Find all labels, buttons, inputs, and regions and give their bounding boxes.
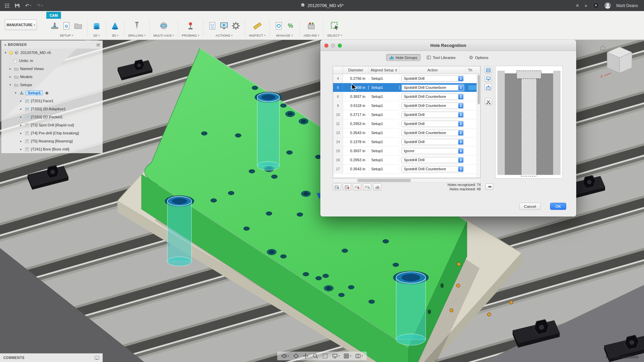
percent-icon[interactable]: % [285,20,296,31]
aligned-setup-cell[interactable]: Setup1 [369,76,399,80]
diameter-cell[interactable]: 0.3543 in [343,167,369,171]
chevron-right-icon[interactable]: ▸ [19,107,23,111]
action-select[interactable]: Spotdrill Drill Counterbore [401,166,464,172]
aligned-setup-cell[interactable]: Setup1 [369,85,399,89]
statistics-button[interactable] [373,183,381,190]
tab-options[interactable]: Options [466,54,492,61]
gear-icon[interactable] [230,20,241,31]
diameter-cell[interactable]: 0.5118 in [343,104,369,108]
combo-stepper-icon[interactable] [458,103,463,108]
diameter-cell[interactable]: 0.1378 in [343,140,369,144]
table-vertical-scrollbar[interactable] [477,74,480,178]
chevron-down-icon[interactable]: ▾ [3,51,8,54]
add-hole-button[interactable] [363,183,371,190]
zoom-button[interactable] [312,353,318,359]
dialog-titlebar[interactable]: Hole Recognition [320,40,576,51]
browser-item-op-pre-drill[interactable]: ▸ [T4] Pre-drill [Chip breaking] [1,129,103,137]
combo-stepper-icon[interactable] [458,139,463,144]
diameter-cell[interactable]: 0.3937 in [343,95,369,99]
2d-layers-icon[interactable] [91,20,102,31]
tab-cam[interactable]: CAM [46,12,61,19]
merge-groups-button[interactable] [333,183,341,190]
table-horizontal-scrollbar[interactable] [333,178,481,183]
hole-group-row[interactable]: 14 0.1378 in Setup1 Spotdrill Drill [333,137,480,146]
close-tab-icon[interactable]: × [576,2,579,9]
folder-icon[interactable] [73,20,84,31]
browser-item-op-reaming[interactable]: ▸ [T5] Reaming [Reaming] [1,137,103,145]
combo-stepper-icon[interactable] [458,112,463,117]
hole-group-row[interactable]: 13 0.3543 in Setup1 Spotdrill Drill Coun… [333,128,480,137]
collapse-browser-icon[interactable]: ◂ [4,43,6,47]
aligned-setup-cell[interactable]: Setup1 [369,95,399,99]
diameter-cell[interactable]: 0.3543 in [343,131,369,135]
browser-item-op-spot-drill[interactable]: ▸ [T2] Spot Drill [Rapid out] [1,121,103,129]
fit-button[interactable] [322,353,328,359]
display-settings-button[interactable]: ▾ [332,353,340,359]
aligned-setup-cell[interactable]: Setup1 [369,167,399,171]
diameter-cell[interactable]: 0.2717 in [343,113,369,117]
redo-caret-icon[interactable]: ▾ [42,4,43,7]
workspace-selector[interactable]: MANUFACTURE▾ [5,19,37,30]
action-select[interactable]: Spotdrill Drill [401,75,464,82]
chevron-right-icon[interactable]: ▸ [19,123,23,127]
combo-stepper-icon[interactable] [458,148,463,154]
hole-group-row[interactable]: 16 0.2953 in Setup1 Spotdrill Drill [333,156,480,165]
diameter-cell[interactable]: 0.3937 in [343,149,369,153]
machine-icon[interactable] [49,20,60,31]
aligned-setup-cell[interactable]: Setup1 [369,149,399,153]
chevron-right-icon[interactable]: ▸ [19,99,23,103]
action-select[interactable]: Spotdrill Drill [401,112,464,118]
browser-item-op-adaptive1[interactable]: ▸ [T250] 2D Adaptive1 [1,105,103,113]
group-label[interactable]: MANAGE▾ [276,34,293,37]
hole-group-row[interactable]: 11 0.2953 in Setup1 Spotdrill Drill [333,119,480,128]
tab-tool-libraries[interactable]: Tool Libraries [423,54,459,61]
expand-groups-button[interactable] [485,75,492,82]
hole-group-row[interactable]: 10 0.2717 in Setup1 Spotdrill Drill [333,110,480,119]
group-label[interactable]: INSPECT▾ [249,34,266,37]
hole-group-row[interactable]: 17 0.3543 in Setup1 Spotdrill Drill Coun… [333,165,480,174]
app-grid-icon[interactable] [5,3,9,8]
chevron-right-icon[interactable]: ▸ [8,75,12,78]
diameter-cell[interactable]: 0.2756 in [343,76,369,80]
pan-button[interactable] [303,353,309,359]
cancel-button[interactable]: Cancel [519,203,541,210]
aligned-setup-cell[interactable]: Setup1 [369,113,399,117]
header-diameter[interactable]: Diameter [343,66,369,74]
hole-cylinder-left[interactable] [165,195,194,266]
hole-group-row[interactable]: 15 0.3937 in Setup1 Ignore [333,146,480,156]
chevron-right-icon[interactable]: ▸ [8,67,12,70]
undo-icon[interactable]: ↶▾ [25,3,31,9]
combo-stepper-icon[interactable] [458,158,463,163]
sphere-swirl-icon[interactable] [158,20,169,31]
hole-cylinder-top[interactable] [255,92,282,170]
eye-icon[interactable]: ◉ [45,90,48,95]
collapse-groups-button[interactable] [485,84,492,91]
viewports-button[interactable]: ▾ [355,353,363,359]
comment-bubble-icon[interactable] [95,356,99,360]
chevron-down-icon[interactable]: ▾ [8,83,12,86]
zoom-window-button[interactable] [338,44,342,48]
combo-stepper-icon[interactable] [458,85,463,90]
simulate-screen-icon[interactable] [219,20,229,31]
aligned-setup-cell[interactable]: Setup1 [369,158,399,162]
comments-bar[interactable]: COMMENTS [0,353,103,362]
group-label[interactable]: 2D▾ [93,34,100,37]
aligned-setup-cell[interactable]: Setup1 [369,104,399,108]
drill-bit-icon[interactable] [131,20,142,31]
diameter-cell[interactable]: 0.2953 in [343,158,369,162]
orbit-button[interactable]: ▾ [281,353,289,359]
action-select[interactable]: Spotdrill Drill Counterbore [401,94,464,100]
select-box-icon[interactable] [329,20,340,31]
scrollbar-thumb[interactable] [478,75,480,104]
new-tab-icon[interactable]: + [585,3,588,8]
browser-item-op-pocket1[interactable]: ▸ [T250] 2D Pocket1 [1,113,103,121]
diameter-cell[interactable]: 0.2953 in [343,122,369,126]
action-select[interactable]: Spotdrill Drill Counterbore [401,130,464,136]
remove-group-button[interactable] [343,183,351,190]
chevron-right-icon[interactable]: ▸ [19,115,23,119]
close-window-button[interactable] [324,44,328,48]
combo-stepper-icon[interactable] [458,167,463,172]
avatar[interactable] [604,2,611,9]
hole-cylinder-bottom[interactable] [393,271,429,345]
save-icon[interactable] [15,3,20,8]
